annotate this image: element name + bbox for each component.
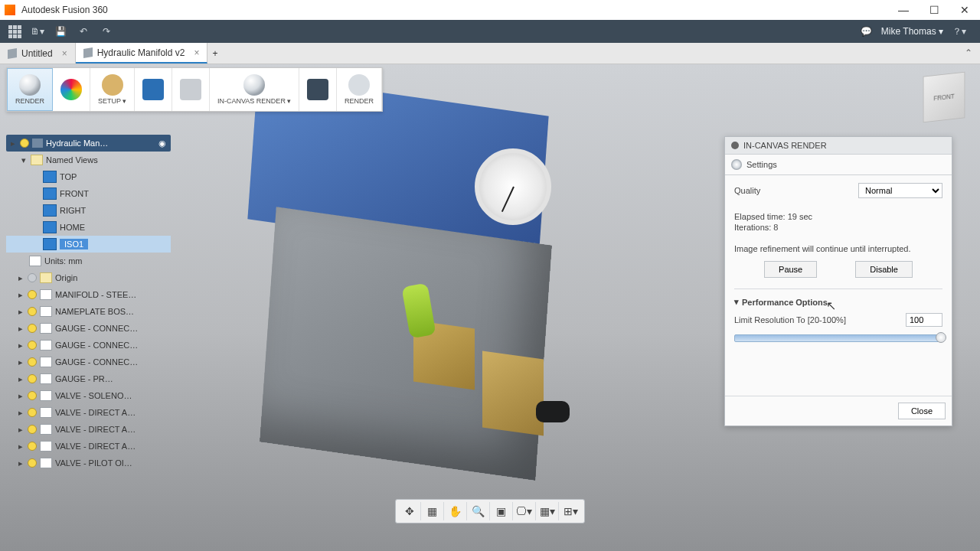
capture-button[interactable] — [299, 68, 337, 111]
named-view-home[interactable]: HOME — [6, 219, 171, 236]
limit-resolution-slider[interactable] — [734, 334, 942, 342]
limit-resolution-label: Limit Resolution To [20-100%] — [734, 315, 846, 324]
units-item[interactable]: Units: mm — [6, 253, 171, 269]
component-item[interactable]: ▸VALVE - DIRECT A… — [6, 404, 171, 421]
component-item[interactable]: ▸VALVE - PILOT OI… — [6, 455, 171, 471]
limit-resolution-input[interactable] — [906, 313, 942, 327]
document-tab-untitled[interactable]: Untitled × — [0, 43, 76, 64]
redo-icon[interactable]: ↷ — [98, 23, 115, 40]
settings-icon — [731, 159, 742, 170]
doc-icon — [29, 256, 41, 266]
workspace-render-button[interactable]: RENDER — [7, 68, 53, 111]
view-icon — [43, 187, 57, 200]
window-minimize-button[interactable]: — — [888, 0, 919, 20]
camera-icon — [142, 79, 164, 100]
view-cube[interactable]: FRONT — [923, 72, 965, 123]
document-tab-hydraulic[interactable]: Hydraulic Manifold v2 × — [76, 43, 208, 64]
comments-icon[interactable]: 💬 — [858, 23, 875, 40]
expand-ribbon-icon[interactable]: ⌃ — [957, 43, 980, 64]
named-view-front[interactable]: FRONT — [6, 185, 171, 202]
document-tabs: Untitled × Hydraulic Manifold v2 × + ⌃ — [0, 43, 980, 64]
appearance-button[interactable] — [53, 68, 90, 111]
scene-settings-button[interactable]: SETUP ▾ — [90, 68, 135, 111]
look-at-icon[interactable]: ▦ — [421, 502, 444, 520]
quality-label: Quality — [734, 186, 760, 195]
tab-label: Hydraulic Manifold v2 — [97, 47, 185, 58]
panel-icon — [731, 142, 739, 149]
folder-icon — [31, 155, 43, 165]
component-item[interactable]: ▸MANIFOLD - STEE… — [6, 286, 171, 303]
new-tab-button[interactable]: + — [207, 43, 222, 64]
teapot-icon — [348, 74, 370, 96]
decal-icon — [180, 79, 201, 100]
component-icon — [40, 390, 52, 401]
cube-icon — [83, 47, 93, 57]
orbit-icon[interactable]: ✥ — [398, 502, 421, 520]
named-views-folder[interactable]: ▾ Named Views — [6, 152, 171, 168]
component-item[interactable]: ▸GAUGE - PR… — [6, 370, 171, 387]
component-icon — [40, 306, 52, 317]
settings-tab[interactable]: Settings — [725, 155, 952, 175]
sphere-icon — [243, 74, 265, 96]
component-icon — [40, 357, 52, 367]
named-view-top[interactable]: TOP — [6, 168, 171, 185]
window-close-button[interactable]: ✕ — [949, 0, 980, 20]
in-canvas-render-panel: IN-CANVAS RENDER Settings Quality Normal… — [724, 136, 952, 426]
viewport-settings-icon[interactable]: ⊞▾ — [559, 502, 582, 520]
window-titlebar: Autodesk Fusion 360 — ☐ ✕ — [0, 0, 980, 20]
component-item[interactable]: ▸NAMEPLATE BOS… — [6, 303, 171, 320]
decal-button[interactable] — [172, 68, 210, 111]
quick-access-toolbar: 🗎▾ 💾 ↶ ↷ 💬 Mike Thomas ▾ ？▾ — [0, 20, 980, 43]
root-component[interactable]: ▸ Hydraulic Man… ◉ — [6, 135, 171, 152]
close-tab-icon[interactable]: × — [62, 48, 67, 59]
named-view-iso1[interactable]: ISO1 — [6, 236, 171, 253]
window-maximize-button[interactable]: ☐ — [919, 0, 949, 20]
grid-settings-icon[interactable]: ▦▾ — [536, 502, 559, 520]
pause-button[interactable]: Pause — [764, 261, 817, 278]
save-render-icon — [307, 79, 328, 100]
app-logo-icon — [5, 5, 15, 15]
app-title: Autodesk Fusion 360 — [21, 5, 108, 15]
component-item[interactable]: ▸VALVE - DIRECT A… — [6, 421, 171, 438]
slider-thumb[interactable] — [936, 332, 946, 343]
view-icon — [43, 204, 57, 217]
app-grid-icon[interactable] — [6, 23, 23, 40]
file-menu-icon[interactable]: 🗎▾ — [29, 23, 46, 40]
component-item[interactable]: ▸VALVE - SOLENO… — [6, 387, 171, 404]
disable-button[interactable]: Disable — [855, 261, 913, 278]
view-icon — [43, 171, 57, 183]
close-tab-icon[interactable]: × — [194, 47, 199, 58]
named-view-right[interactable]: RIGHT — [6, 202, 171, 219]
view-icon — [43, 238, 57, 250]
render-button[interactable]: RENDER — [337, 68, 382, 111]
cube-icon — [8, 47, 17, 58]
palette-icon — [60, 79, 82, 100]
component-item[interactable]: ▸VALVE - DIRECT A… — [6, 438, 171, 455]
component-item[interactable]: ▸GAUGE - CONNEC… — [6, 337, 171, 354]
refinement-hint: Image refinement will continue until int… — [734, 244, 942, 253]
view-icon — [43, 221, 57, 233]
render-toolbar: RENDER SETUP ▾ IN-CANVAS RENDER ▾ RENDER — [6, 67, 383, 112]
component-item[interactable]: ▸GAUGE - CONNEC… — [6, 354, 171, 370]
texture-map-button[interactable] — [135, 68, 172, 111]
help-icon[interactable]: ？▾ — [951, 23, 968, 40]
folder-icon — [40, 272, 52, 283]
undo-icon[interactable]: ↶ — [75, 23, 92, 40]
panel-header[interactable]: IN-CANVAS RENDER — [725, 137, 952, 155]
navigation-bar: ✥ ▦ ✋ 🔍 ▣ 🖵▾ ▦▾ ⊞▾ — [395, 499, 585, 523]
performance-options-header[interactable]: ▾ Performance Options — [734, 297, 942, 307]
quality-select[interactable]: Normal — [858, 183, 942, 198]
user-menu[interactable]: Mike Thomas ▾ — [881, 26, 943, 37]
in-canvas-render-button[interactable]: IN-CANVAS RENDER ▾ — [210, 68, 299, 111]
close-button[interactable]: Close — [898, 403, 946, 419]
component-icon — [40, 407, 52, 418]
origin-item[interactable]: ▸ Origin — [6, 269, 171, 286]
display-settings-icon[interactable]: 🖵▾ — [513, 502, 536, 520]
tab-label: Untitled — [21, 48, 53, 59]
zoom-icon[interactable]: 🔍 — [467, 502, 490, 520]
pan-icon[interactable]: ✋ — [444, 502, 467, 520]
save-icon[interactable]: 💾 — [52, 23, 69, 40]
component-item[interactable]: ▸GAUGE - CONNEC… — [6, 320, 171, 337]
fit-icon[interactable]: ▣ — [490, 502, 513, 520]
component-icon — [40, 289, 52, 300]
